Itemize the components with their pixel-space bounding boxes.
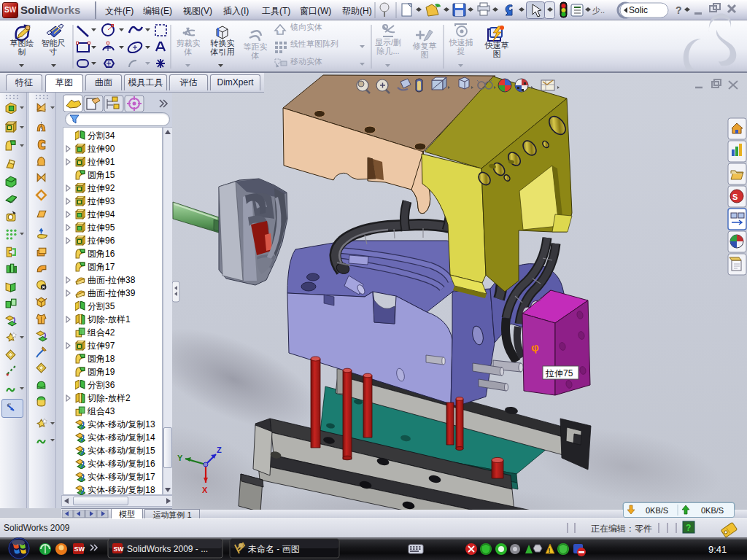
svg-text:!: ! [549,547,551,554]
svg-text:Z: Z [217,446,222,454]
svg-text:Y: Y [177,454,183,462]
svg-text:SolidWorks 2009 - ...: SolidWorks 2009 - ... [127,544,208,554]
svg-text:S: S [732,192,738,201]
svg-text:!: ! [277,30,279,36]
svg-text:X: X [202,486,208,494]
svg-text:未命名 - 画图: 未命名 - 画图 [248,544,300,554]
svg-text:SW: SW [114,545,125,553]
svg-text:SW: SW [74,545,85,553]
svg-text:0KB/S: 0KB/S [701,506,724,515]
svg-text:拉伸75: 拉伸75 [545,368,573,378]
svg-text:?: ? [686,523,691,533]
svg-text:9:41: 9:41 [708,544,727,555]
svg-text:0KB/S: 0KB/S [646,506,668,515]
